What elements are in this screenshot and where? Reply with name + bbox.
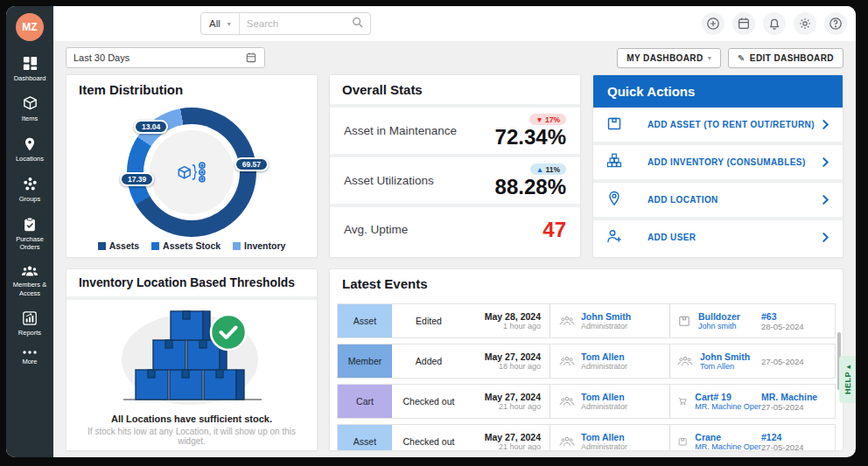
my-dashboard-label: MY DASHBOARD bbox=[626, 53, 703, 63]
bell-icon[interactable] bbox=[763, 12, 786, 35]
quick-action-add-inventory[interactable]: ADD INVENTORY (CONSUMABLES) bbox=[593, 145, 843, 179]
item-link[interactable]: Cart# 19 bbox=[695, 392, 761, 402]
sidebar-item-label: More bbox=[22, 358, 37, 365]
item-link[interactable]: Crane bbox=[695, 432, 761, 442]
event-date-text: May 27, 2024 bbox=[485, 432, 541, 442]
app-window: MZ Dashboard Items Locations bbox=[6, 6, 856, 457]
ref-link[interactable]: #124 bbox=[761, 432, 835, 442]
chevron-right-icon bbox=[821, 192, 830, 208]
chevron-down-icon: ▾ bbox=[228, 20, 231, 28]
user-link[interactable]: Tom Allen bbox=[581, 432, 627, 442]
cluster-icon bbox=[22, 176, 38, 192]
delta-value: 11% bbox=[545, 165, 560, 174]
calendar-icon[interactable] bbox=[732, 12, 755, 35]
my-dashboard-button[interactable]: MY DASHBOARD ▾ bbox=[617, 48, 721, 68]
event-action: Checked out bbox=[392, 385, 466, 418]
quick-action-add-location[interactable]: ADD LOCATION bbox=[593, 183, 843, 217]
legend-swatch bbox=[98, 242, 106, 250]
quick-action-add-asset[interactable]: ADD ASSET (TO RENT OUT/RETURN) bbox=[593, 108, 843, 142]
edit-dashboard-button[interactable]: ✎ EDIT DASHBOARD bbox=[728, 48, 844, 68]
triangle-down-icon: ▼ bbox=[536, 115, 542, 124]
global-search: All ▾ bbox=[200, 12, 371, 35]
overall-stats-card: Overall Stats Asset in Maintenance ▼ 17%… bbox=[329, 74, 581, 258]
card-title: Item Distribution bbox=[66, 75, 317, 104]
item-link[interactable]: John Smith bbox=[700, 351, 750, 362]
table-row[interactable]: Member Added May 27, 2024 18 hour ago To… bbox=[337, 344, 836, 379]
sidebar-item-label: Members & Access bbox=[6, 281, 53, 297]
item-distribution-card: Item Distribution bbox=[66, 74, 318, 258]
search-input[interactable] bbox=[240, 18, 352, 29]
ref-link[interactable]: MR. Machine bbox=[761, 392, 835, 402]
event-type-badge: Asset bbox=[338, 425, 392, 451]
app-frame: MZ Dashboard Items Locations bbox=[0, 0, 868, 466]
user-link[interactable]: John Smith bbox=[581, 311, 631, 322]
stat-label: Asset Utilizations bbox=[344, 174, 434, 187]
gear-icon[interactable] bbox=[794, 12, 816, 35]
sidebar-item-locations[interactable]: Locations bbox=[6, 136, 53, 163]
table-row[interactable]: Asset Edited May 28, 2024 1 hour ago Joh… bbox=[337, 303, 836, 338]
card-title: Quick Actions bbox=[593, 75, 843, 108]
user-link[interactable]: Tom Allen bbox=[581, 392, 627, 402]
pencil-icon: ✎ bbox=[738, 53, 746, 63]
event-date: May 27, 2024 21 hour ago bbox=[466, 425, 546, 451]
stock-boxes-illustration bbox=[95, 305, 288, 408]
help-tab[interactable]: HELP ▴ bbox=[839, 356, 856, 403]
quick-action-add-user[interactable]: ADD USER bbox=[593, 220, 843, 254]
search-scope-select[interactable]: All ▾ bbox=[201, 13, 240, 34]
people-icon bbox=[677, 355, 693, 367]
sidebar-item-reports[interactable]: Reports bbox=[6, 310, 53, 337]
delta-badge-up: ▲ 11% bbox=[530, 163, 566, 175]
triangle-up-icon: ▲ bbox=[536, 165, 543, 174]
legend-swatch bbox=[151, 242, 159, 250]
item-link[interactable]: Bulldozer bbox=[698, 311, 740, 322]
legend-item-assets-stock[interactable]: Assets Stock bbox=[151, 240, 220, 251]
table-row[interactable]: Asset Checked out May 27, 2024 21 hour a… bbox=[337, 424, 836, 451]
people-icon bbox=[559, 435, 575, 448]
location-pin-icon bbox=[606, 190, 635, 211]
sidebar-item-label: Reports bbox=[18, 329, 41, 337]
user-role: Administrator bbox=[581, 402, 627, 411]
delta-badge-down: ▼ 17% bbox=[529, 114, 566, 125]
legend-item-inventory[interactable]: Inventory bbox=[233, 240, 285, 251]
add-circle-icon[interactable] bbox=[702, 12, 724, 35]
stat-label: Avg. Uptime bbox=[344, 223, 408, 236]
item-sub: Tom Allen bbox=[700, 362, 750, 371]
search-icon bbox=[352, 16, 363, 31]
event-user: Tom AllenAdministrator bbox=[554, 425, 666, 451]
divider bbox=[550, 344, 550, 378]
latest-events-card: Latest Events Asset Edited May 28, 2024 … bbox=[329, 268, 844, 451]
thresholds-card: Inventory Location Based Thresholds bbox=[66, 268, 318, 451]
sidebar-item-dashboard[interactable]: Dashboard bbox=[6, 55, 53, 82]
chevron-down-icon: ▾ bbox=[708, 54, 711, 62]
event-action: Checked out bbox=[392, 425, 466, 451]
sidebar-item-more[interactable]: More bbox=[6, 350, 53, 365]
date-range-input[interactable]: Last 30 Days bbox=[66, 47, 265, 68]
event-item: CraneMR. Machine Operator... bbox=[674, 425, 761, 451]
event-item: Cart# 19MR. Machine Operator... bbox=[674, 385, 761, 418]
dashboard-grid: Item Distribution bbox=[53, 74, 856, 451]
user-link[interactable]: Tom Allen bbox=[581, 351, 627, 362]
people-icon bbox=[21, 264, 38, 278]
avatar[interactable]: MZ bbox=[16, 13, 44, 41]
event-type-badge: Member bbox=[338, 344, 392, 378]
legend-item-assets[interactable]: Assets bbox=[98, 240, 139, 251]
help-circle-icon[interactable] bbox=[824, 12, 847, 35]
stat-row-utilization: Asset Utilizations ▲ 11% 88.28% bbox=[330, 157, 580, 204]
user-role: Administrator bbox=[581, 322, 631, 330]
stat-label: Asset in Maintenance bbox=[344, 124, 457, 137]
divider bbox=[550, 304, 550, 337]
table-row[interactable]: Cart Checked out May 27, 2024 21 hour ag… bbox=[337, 384, 836, 419]
sidebar-item-label: Locations bbox=[16, 155, 44, 163]
event-time-ago: 21 hour ago bbox=[499, 442, 541, 451]
ref-link[interactable]: #63 bbox=[761, 311, 835, 322]
sidebar-item-items[interactable]: Items bbox=[6, 95, 53, 122]
donut-label-inventory: 13.04 bbox=[134, 120, 168, 134]
stat-row-maintenance: Asset in Maintenance ▼ 17% 72.34% bbox=[330, 108, 580, 154]
stat-value: 88.28% bbox=[495, 176, 566, 198]
event-ref: MR. Machine 27-05-2024 bbox=[761, 385, 835, 418]
sidebar-item-members-access[interactable]: Members & Access bbox=[6, 264, 53, 297]
sidebar-item-purchase-orders[interactable]: Purchase Orders bbox=[6, 217, 53, 252]
sidebar-item-groups[interactable]: Groups bbox=[6, 176, 53, 203]
quick-action-label: ADD ASSET (TO RENT OUT/RETURN) bbox=[635, 120, 821, 129]
stat-value: 47 bbox=[542, 219, 566, 240]
